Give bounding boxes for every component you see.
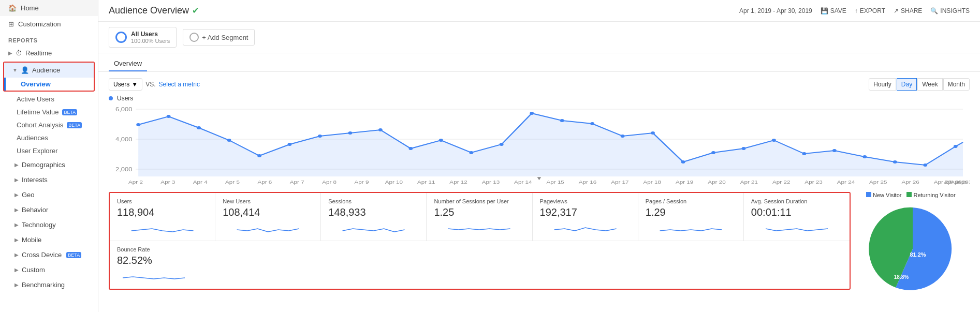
- day-button[interactable]: Day: [897, 78, 917, 91]
- verified-icon: ✔: [192, 6, 199, 16]
- hourly-button[interactable]: Hourly: [869, 78, 896, 91]
- data-point: [469, 151, 473, 154]
- chevron-down-icon: ▼: [12, 67, 18, 73]
- month-button[interactable]: Month: [943, 78, 970, 91]
- svg-text:▼: ▼: [536, 175, 543, 181]
- share-button[interactable]: ↗ SHARE: [894, 7, 922, 14]
- chevron-right-behavior: ▶: [14, 207, 19, 213]
- chevron-right-benchmarking: ▶: [14, 282, 19, 288]
- data-point: [893, 160, 897, 164]
- sidebar-item-audience[interactable]: ▼ 👤 Audience: [4, 63, 94, 78]
- legend-dot-icon: [109, 96, 113, 100]
- home-label: Home: [21, 4, 39, 12]
- data-point: [408, 147, 413, 150]
- svg-text:Apr 8: Apr 8: [322, 180, 337, 184]
- svg-text:Apr 24: Apr 24: [837, 180, 855, 184]
- sidebar-item-realtime[interactable]: ▶ ⏱ Realtime: [0, 46, 98, 61]
- sidebar-customization-item[interactable]: ⊞ Customization: [0, 16, 98, 32]
- svg-text:Apr 19: Apr 19: [676, 180, 694, 184]
- svg-text:2,000: 2,000: [115, 167, 132, 172]
- stats-row-2: Bounce Rate 82.52%: [110, 241, 850, 289]
- export-icon: ↑: [855, 7, 858, 14]
- returning-visitor-legend-label: Returning Visitor: [913, 192, 955, 198]
- metric-users-button[interactable]: Users ▼: [109, 78, 142, 91]
- new-visitor-color-icon: [866, 192, 871, 197]
- sidebar-subitem-mobile[interactable]: ▶ Mobile: [0, 232, 98, 247]
- behavior-label: Behavior: [22, 206, 48, 214]
- overview-tab-bar: Overview: [98, 53, 980, 72]
- segment-empty-circle-icon: [189, 33, 199, 42]
- stat-pages-session-value: 1.29: [646, 206, 736, 218]
- all-users-segment[interactable]: All Users 100.00% Users: [109, 27, 177, 48]
- sidebar-subitem-custom[interactable]: ▶ Custom: [0, 262, 98, 277]
- stat-avg-duration-value: 00:01:11: [751, 206, 842, 218]
- chart-controls: Users ▼ VS. Select a metric Hourly Day W…: [109, 78, 970, 91]
- audiences-label: Audiences: [17, 134, 48, 142]
- returning-visitor-pct-text: 18.8%: [894, 274, 909, 280]
- demographics-label: Demographics: [22, 161, 65, 169]
- sidebar-subitem-benchmarking[interactable]: ▶ Benchmarking: [0, 277, 98, 292]
- stat-pages-session-label: Pages / Session: [646, 198, 736, 204]
- export-button[interactable]: ↑ EXPORT: [855, 7, 885, 14]
- sidebar-subitem-overview[interactable]: Overview: [4, 78, 94, 91]
- sidebar-subitem-demographics[interactable]: ▶ Demographics: [0, 157, 98, 172]
- insights-button[interactable]: 🔍 INSIGHTS: [930, 7, 970, 14]
- data-point: [711, 151, 715, 154]
- sidebar-subitem-geo[interactable]: ▶ Geo: [0, 187, 98, 202]
- sidebar-subitem-behavior[interactable]: ▶ Behavior: [0, 202, 98, 217]
- stat-pageviews: Pageviews 192,317: [533, 193, 638, 241]
- week-button[interactable]: Week: [917, 78, 942, 91]
- chevron-right-demographics: ▶: [14, 162, 19, 168]
- data-point: [227, 139, 231, 142]
- segment-circle-icon: [115, 32, 127, 43]
- svg-text:Apr 30: Apr 30: [957, 180, 970, 184]
- data-point: [500, 143, 504, 146]
- data-point: [136, 123, 140, 126]
- vs-label: VS.: [145, 81, 155, 88]
- sidebar-subitem-technology[interactable]: ▶ Technology: [0, 217, 98, 232]
- beta-badge-lifetime: BETA: [62, 109, 77, 115]
- svg-text:Apr 22: Apr 22: [772, 180, 791, 184]
- benchmarking-label: Benchmarking: [22, 281, 65, 289]
- sidebar-subitem-cohort-analysis[interactable]: Cohort Analysis BETA: [0, 118, 98, 131]
- save-button[interactable]: 💾 SAVE: [821, 7, 846, 14]
- sidebar-subitem-active-users[interactable]: Active Users: [0, 93, 98, 106]
- stats-section: Users 118,904 New Users 108,414 Sessions…: [98, 187, 861, 302]
- sparkline-sessions-per-user: [434, 221, 524, 236]
- all-users-label: All Users: [131, 31, 170, 38]
- svg-text:Apr 25: Apr 25: [869, 180, 887, 184]
- cross-device-label: Cross Device: [22, 251, 62, 259]
- customization-label: Customization: [18, 20, 61, 28]
- audience-label: Audience: [32, 66, 60, 74]
- sidebar-subitem-audiences[interactable]: Audiences: [0, 131, 98, 144]
- chevron-right-cross-device: ▶: [14, 252, 19, 258]
- stats-grid-wrapper: Users 118,904 New Users 108,414 Sessions…: [98, 187, 861, 295]
- data-point: [560, 119, 564, 122]
- sparkline-users: [117, 221, 208, 236]
- sidebar-home-item[interactable]: 🏠 Home: [0, 0, 98, 16]
- data-point: [923, 164, 927, 167]
- home-icon: 🏠: [8, 4, 17, 12]
- save-icon: 💾: [821, 7, 828, 14]
- pie-chart-svg: 81.2% 18.8%: [866, 202, 959, 295]
- data-point: [530, 112, 534, 115]
- stat-sessions-per-user: Number of Sessions per User 1.25: [427, 193, 532, 241]
- data-point: [288, 143, 292, 146]
- data-point: [590, 122, 594, 125]
- sidebar-subitem-lifetime-value[interactable]: Lifetime Value BETA: [0, 106, 98, 118]
- metric-dropdown-icon: ▼: [131, 81, 138, 88]
- add-segment-button[interactable]: + Add Segment: [183, 29, 255, 46]
- save-label: SAVE: [830, 7, 846, 14]
- svg-text:Apr 21: Apr 21: [740, 180, 758, 184]
- svg-text:Apr 10: Apr 10: [385, 180, 403, 184]
- tab-overview[interactable]: Overview: [109, 56, 147, 71]
- data-point: [378, 128, 383, 131]
- sidebar-subitem-user-explorer[interactable]: User Explorer: [0, 144, 98, 157]
- sidebar-subitem-cross-device[interactable]: ▶ Cross Device BETA: [0, 247, 98, 262]
- sidebar-subitem-interests[interactable]: ▶ Interests: [0, 172, 98, 187]
- metric-users-label: Users: [113, 81, 129, 88]
- new-visitor-legend-label: New Visitor: [873, 192, 901, 198]
- realtime-icon: ⏱: [16, 49, 22, 57]
- data-point: [862, 155, 867, 158]
- select-metric-link[interactable]: Select a metric: [159, 81, 200, 88]
